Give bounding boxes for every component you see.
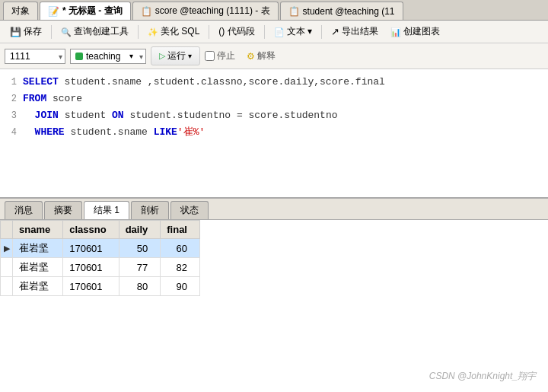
tab-results[interactable]: 结果 1 [84,201,129,219]
th-final: final [161,221,200,239]
tab-bar: 对象 📝 * 无标题 - 查询 📋 score @teaching (1111)… [0,0,548,21]
beautify-label: 美化 SQL [161,25,199,38]
tab-profiler[interactable]: 剖析 [131,201,169,219]
toolbar-separator-3 [209,25,209,39]
sql-kw-join: JOIN [35,110,65,121]
query-tool-button[interactable]: 查询创建工具 [56,23,134,40]
sql-indent-4 [23,126,35,138]
toolbar-separator-1 [51,25,52,39]
tab-query-label: * 无标题 - 查询 [62,5,123,18]
th-daily: daily [119,221,161,239]
line-num-2: 2 [0,91,23,107]
th-indicator [1,221,13,239]
sql-line-3: 3 JOIN student ON student.studentno = sc… [0,107,548,124]
database-select[interactable]: teaching ▾ [70,49,146,64]
line-content-2: FROM score [23,91,548,107]
code-button[interactable]: () 代码段 [213,23,260,40]
sql-from-table: score [53,93,82,104]
tab-score-label: score @teaching (1111) - 表 [155,5,270,18]
connection-select[interactable]: 1111 [5,49,65,64]
row-indicator: ▶ [1,239,13,258]
sql-on-condition: student.studentno = score.studentno [129,110,337,121]
code-label: () 代码段 [218,25,254,38]
tab-student-table[interactable]: 📋 student @teaching (11 [280,2,403,20]
query-icon [61,27,72,37]
student-tab-icon: 📋 [288,6,300,17]
cell-final: 60 [161,239,200,258]
sql-editor[interactable]: 1 SELECT student.sname ,student.classno,… [0,69,548,199]
cell-final: 82 [161,258,200,277]
sql-indent-3 [23,110,35,121]
export-button[interactable]: 导出结果 [326,23,384,40]
save-button[interactable]: 保存 [5,23,47,40]
tab-query[interactable]: 📝 * 无标题 - 查询 [40,2,131,20]
database-select-wrapper: teaching ▾ [70,49,146,64]
line-num-4: 4 [0,124,23,141]
tab-messages[interactable]: 消息 [5,201,43,219]
table-row[interactable]: ▶崔岩坚1706015060 [1,239,200,258]
run-label: 运行 [167,49,186,62]
sql-kw-select: SELECT [23,76,65,88]
export-icon [331,26,339,37]
sql-kw-from: FROM [23,93,53,104]
sql-kw-on: ON [112,110,129,121]
sql-line-2: 2 FROM score [0,91,548,107]
sql-like-value: '崔%' [177,126,205,138]
bottom-tabs: 消息 摘要 结果 1 剖析 状态 [0,199,548,220]
sql-select-cols: student.sname ,student.classno,score.dai… [65,76,385,88]
text-label: 文本 ▾ [287,25,312,38]
text-button[interactable]: 文本 ▾ [269,23,317,40]
tab-summary-label: 摘要 [54,205,72,215]
query-bar: 1111 teaching ▾ ▷ 运行 ▾ 停止 ⚙ 解释 [0,43,548,69]
tab-status[interactable]: 状态 [170,201,209,219]
query-tab-icon: 📝 [48,6,59,17]
cell-sname: 崔岩坚 [13,258,63,277]
results-container: 消息 摘要 结果 1 剖析 状态 sname cl [0,199,548,392]
line-num-3: 3 [0,107,23,124]
table-header-row: sname classno daily final [1,221,200,239]
tab-target[interactable]: 对象 [3,2,38,20]
toolbar-separator-2 [138,25,139,39]
sql-line-1: 1 SELECT student.sname ,student.classno,… [0,74,548,91]
watermark: CSDN @JohnKnight_翔宇 [429,370,536,383]
tab-score-table[interactable]: 📋 score @teaching (1111) - 表 [132,2,279,20]
cell-sname: 崔岩坚 [13,277,63,296]
th-sname: sname [13,221,63,239]
chart-label: 创建图表 [403,25,440,38]
database-dropdown-icon: ▾ [129,52,133,60]
cell-sname: 崔岩坚 [13,239,63,258]
tab-target-label: 对象 [11,5,30,18]
line-content-4: WHERE student.sname LIKE'崔%' [23,124,548,141]
tab-profiler-label: 剖析 [141,205,159,215]
run-icon: ▷ [159,51,165,61]
sql-line-4: 4 WHERE student.sname LIKE'崔%' [0,124,548,141]
export-label: 导出结果 [342,25,378,38]
table-row[interactable]: 崔岩坚1706017782 [1,258,200,277]
tab-status-label: 状态 [180,205,199,215]
beautify-button[interactable]: 美化 SQL [142,23,205,40]
cell-classno: 170601 [63,277,119,296]
chart-icon [390,27,401,37]
results-scroll[interactable]: sname classno daily final ▶崔岩坚1706015060… [0,220,548,392]
save-icon [10,27,21,37]
explain-button[interactable]: ⚙ 解释 [240,46,282,65]
tab-results-label: 结果 1 [94,205,119,215]
query-tool-label: 查询创建工具 [74,25,129,38]
sql-kw-like: LIKE [154,126,177,138]
chart-button[interactable]: 创建图表 [385,23,445,40]
beautify-icon [148,27,158,37]
run-button[interactable]: ▷ 运行 ▾ [151,46,200,65]
row-indicator [1,258,13,277]
text-icon [274,27,285,37]
tab-summary[interactable]: 摘要 [44,201,82,219]
tab-messages-label: 消息 [14,205,33,215]
row-indicator [1,277,13,296]
database-value: teaching [86,51,120,62]
cell-daily: 80 [119,277,161,296]
toolbar-separator-4 [264,25,265,39]
line-content-3: JOIN student ON student.studentno = scor… [23,107,548,124]
line-content-1: SELECT student.sname ,student.classno,sc… [23,74,548,91]
table-row[interactable]: 崔岩坚1706018090 [1,277,200,296]
stop-checkbox[interactable] [205,51,215,61]
save-label: 保存 [24,25,42,38]
